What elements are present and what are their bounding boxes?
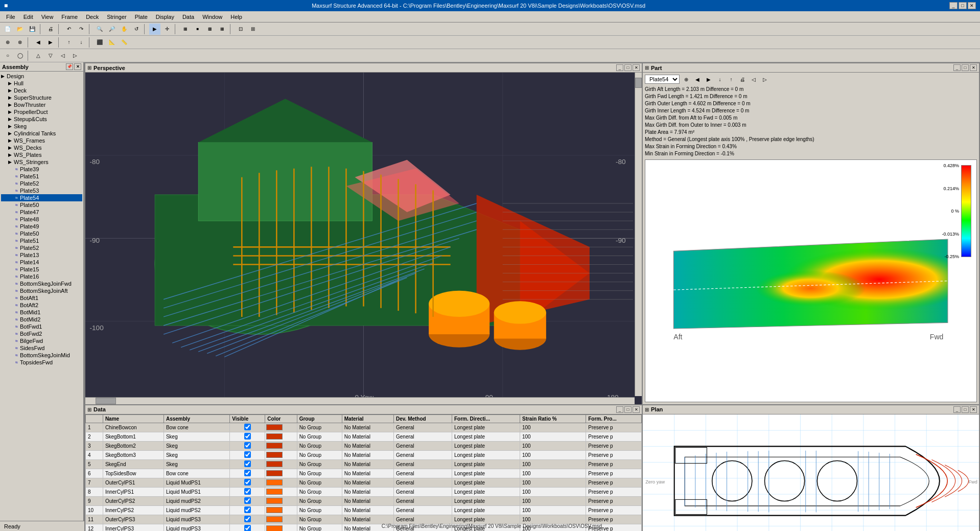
pan-button[interactable]: ✋ — [119, 24, 130, 35]
table-row[interactable]: 1ChineBowconBow coneNo GroupNo MaterialG… — [86, 423, 642, 432]
tree-item-cylindrical-tanks[interactable]: ▶Cylindrical Tanks — [1, 130, 82, 137]
data-close[interactable]: ✕ — [633, 406, 640, 413]
menu-help[interactable]: Help — [226, 13, 246, 21]
tb3-btn4[interactable]: ▽ — [45, 50, 56, 61]
solid-button[interactable]: ■ — [192, 24, 203, 35]
close-button[interactable]: ✕ — [968, 2, 976, 9]
tree-item-plate13[interactable]: ≈Plate13 — [1, 251, 82, 259]
tree-item-topsidesfwd[interactable]: ≈TopsidesFwd — [1, 359, 82, 366]
visible-checkbox[interactable] — [244, 433, 251, 440]
table-row[interactable]: 8InnerCylPS1Liquid MudPS1No GroupNo Mate… — [86, 487, 642, 496]
menu-display[interactable]: Display — [152, 13, 178, 21]
tb3-btn5[interactable]: ◁ — [57, 50, 68, 61]
visible-checkbox[interactable] — [244, 460, 251, 467]
perspective-view[interactable]: -90 -80 -100 0 Yaw 90 180 -90 -80 — [85, 73, 642, 404]
table-row[interactable]: 3SkegBottom2SkegNo GroupNo MaterialGener… — [86, 441, 642, 450]
tree-item-botaft1[interactable]: ≈BotAft1 — [1, 294, 82, 302]
table-row[interactable]: 2SkegBottom1SkegNo GroupNo MaterialGener… — [86, 432, 642, 441]
tb2-btn3[interactable]: ◀ — [33, 37, 44, 48]
tree-item-botmid2[interactable]: ≈BotMid2 — [1, 316, 82, 323]
part-minimize[interactable]: _ — [953, 64, 961, 71]
wireframe-button[interactable]: ▦ — [180, 24, 191, 35]
menu-data[interactable]: Data — [178, 13, 198, 21]
data-table-wrapper[interactable]: Name Assembly Visible Color Group Materi… — [85, 414, 642, 531]
new-button[interactable]: 📄 — [2, 24, 13, 35]
table-row[interactable]: 10InnerCylPS2Liquid mudPS2No GroupNo Mat… — [86, 505, 642, 515]
tree-item-plate47[interactable]: ≈Plate47 — [1, 209, 82, 216]
tb3-btn2[interactable]: ◯ — [14, 50, 26, 61]
tree-item-botfwd2[interactable]: ≈BotFwd2 — [1, 330, 82, 337]
perspective-restore[interactable]: □ — [624, 64, 632, 71]
restore-button[interactable]: □ — [959, 2, 967, 9]
visible-checkbox[interactable] — [244, 506, 251, 513]
save-button[interactable]: 💾 — [27, 24, 38, 35]
tree-item-plate51[interactable]: ≈Plate51 — [1, 173, 82, 180]
tree-item-plate52[interactable]: ≈Plate52 — [1, 244, 82, 251]
tree-item-hull[interactable]: ▶Hull — [1, 80, 82, 87]
tb2-btn2[interactable]: ⊗ — [14, 37, 26, 48]
tree-item-plate54[interactable]: ≈Plate54 — [1, 194, 82, 201]
minimize-button[interactable]: _ — [949, 2, 958, 9]
part-tb7[interactable]: ◁ — [749, 75, 758, 84]
tree-item-plate49[interactable]: ≈Plate49 — [1, 223, 82, 230]
visible-checkbox[interactable] — [244, 470, 251, 476]
visible-checkbox[interactable] — [244, 479, 251, 486]
tree-item-plate15[interactable]: ≈Plate15 — [1, 266, 82, 273]
move-button[interactable]: ✛ — [161, 24, 173, 35]
visible-checkbox[interactable] — [244, 451, 251, 458]
perspective-minimize[interactable]: _ — [616, 64, 623, 71]
table-row[interactable]: 7OuterCylPS1Liquid MudPS1No GroupNo Mate… — [86, 478, 642, 487]
visible-checkbox[interactable] — [244, 424, 251, 430]
tb2-btn8[interactable]: 📐 — [106, 37, 118, 48]
undo-button[interactable]: ↶ — [63, 24, 75, 35]
part-tb3[interactable]: ▶ — [704, 75, 713, 84]
tree-item-ws_stringers[interactable]: ▶WS_Stringers — [1, 158, 82, 166]
part-tb2[interactable]: ◀ — [693, 75, 702, 84]
tree-item-ws_decks[interactable]: ▶WS_Decks — [1, 144, 82, 151]
perspective-close[interactable]: ✕ — [633, 64, 640, 71]
table-row[interactable]: 5SkegEndSkegNo GroupNo MaterialGeneralLo… — [86, 459, 642, 469]
table-row[interactable]: 9OuterCylPS2Liquid mudPS2No GroupNo Mate… — [86, 496, 642, 505]
select-button[interactable]: ▶ — [149, 24, 160, 35]
tree-item-plate39[interactable]: ≈Plate39 — [1, 166, 82, 173]
rotate-button[interactable]: ↺ — [131, 24, 142, 35]
data-minimize[interactable]: _ — [616, 406, 623, 413]
part-tb5[interactable]: ↑ — [727, 75, 736, 84]
menu-deck[interactable]: Deck — [82, 13, 103, 21]
part-tb1[interactable]: ⊕ — [682, 75, 691, 84]
plan-minimize[interactable]: _ — [953, 406, 961, 413]
tree-item-bottomskegjoinfwd[interactable]: ≈BottomSkegJoinFwd — [1, 280, 82, 287]
visible-checkbox[interactable] — [244, 525, 251, 531]
tree-item-plate50[interactable]: ≈Plate50 — [1, 201, 82, 209]
plan-restore[interactable]: □ — [962, 406, 969, 413]
table-row[interactable]: 11OuterCylPS3Liquid mudPS3No GroupNo Mat… — [86, 515, 642, 524]
tree-item-deck[interactable]: ▶Deck — [1, 87, 82, 94]
part-tb8[interactable]: ▷ — [760, 75, 769, 84]
tree-item-sidesfwd[interactable]: ≈SidesFwd — [1, 344, 82, 352]
tb2-btn9[interactable]: 📏 — [119, 37, 130, 48]
tree-item-ws_frames[interactable]: ▶WS_Frames — [1, 137, 82, 144]
tree-item-plate50[interactable]: ≈Plate50 — [1, 230, 82, 237]
tree-item-bottomskegjoinmid[interactable]: ≈BottomSkegJoinMid — [1, 352, 82, 359]
assembly-pin-button[interactable]: 📌 — [66, 63, 73, 70]
tree-item-propellerduct[interactable]: ▶PropellerDuct — [1, 108, 82, 116]
print-button[interactable]: 🖨 — [45, 24, 56, 35]
visible-checkbox[interactable] — [244, 516, 251, 522]
tree-item-bilgefwd[interactable]: ≈BilgeFwd — [1, 337, 82, 344]
menu-frame[interactable]: Frame — [57, 13, 82, 21]
tree-item-plate48[interactable]: ≈Plate48 — [1, 216, 82, 223]
tree-item-skeg[interactable]: ▶Skeg — [1, 123, 82, 130]
textured-button[interactable]: ▦ — [217, 24, 228, 35]
visible-checkbox[interactable] — [244, 442, 251, 449]
open-button[interactable]: 📂 — [14, 24, 26, 35]
tree-item-botfwd1[interactable]: ≈BotFwd1 — [1, 323, 82, 330]
part-dropdown[interactable]: Plate54 — [645, 75, 680, 84]
plan-close[interactable]: ✕ — [970, 406, 977, 413]
visible-checkbox[interactable] — [244, 497, 251, 504]
tb3-btn1[interactable]: ○ — [2, 50, 13, 61]
menu-view[interactable]: View — [37, 13, 58, 21]
part-restore[interactable]: □ — [962, 64, 969, 71]
perspective-toggle[interactable]: ⊡ — [235, 24, 246, 35]
tb2-btn7[interactable]: ⬛ — [94, 37, 105, 48]
tb2-btn6[interactable]: ↓ — [76, 37, 87, 48]
